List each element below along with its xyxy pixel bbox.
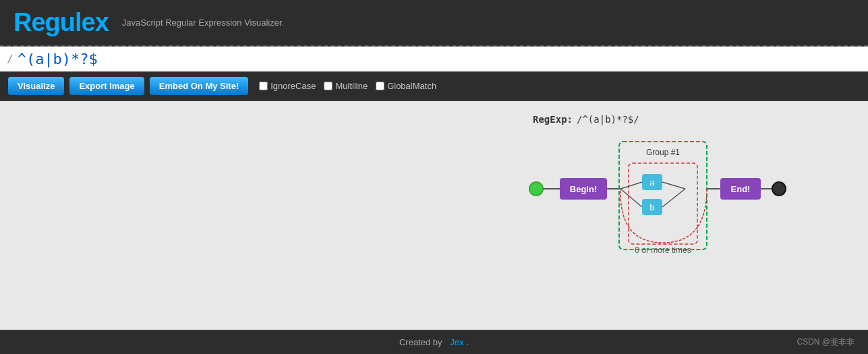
line-merge-b	[662, 189, 685, 207]
char-b-label: b	[649, 202, 655, 212]
visualization-area: RegExp: /^(a|b)*?$/ Begin! Group #1 a b	[0, 101, 868, 330]
footer: Created by Jex . CSDN @斐非非	[0, 330, 868, 354]
ignore-case-option[interactable]: IgnoreCase	[259, 81, 316, 91]
ignore-case-checkbox[interactable]	[259, 82, 268, 90]
regexp-value: /^(a|b)*?$/	[577, 114, 639, 125]
app-subtitle: JavaScript Regular Expression Visualizer…	[122, 18, 284, 28]
diagram-svg: RegExp: /^(a|b)*?$/ Begin! Group #1 a b	[0, 101, 868, 263]
visualize-button[interactable]: Visualize	[8, 77, 64, 95]
start-circle	[529, 182, 543, 196]
begin-label: Begin!	[570, 184, 597, 194]
ignore-case-label: IgnoreCase	[270, 81, 316, 91]
period: .	[466, 337, 469, 347]
embed-button[interactable]: Embed On My Site!	[150, 77, 248, 95]
toolbar: Visualize Export Image Embed On My Site!…	[0, 71, 868, 101]
export-image-button[interactable]: Export Image	[69, 77, 144, 95]
repeat-border	[629, 163, 697, 244]
loop-arrow	[620, 189, 707, 243]
global-match-label: GlobalMatch	[387, 81, 436, 91]
global-match-option[interactable]: GlobalMatch	[376, 81, 436, 91]
watermark: CSDN @斐非非	[797, 336, 855, 348]
end-label: End!	[731, 184, 751, 194]
char-a-label: a	[649, 177, 655, 187]
end-circle	[772, 182, 786, 196]
multiline-checkbox[interactable]	[324, 82, 332, 90]
input-area: /	[0, 47, 868, 71]
group-border	[619, 142, 707, 249]
author-link[interactable]: Jex	[450, 337, 463, 347]
line-merge-a	[662, 182, 685, 189]
multiline-option[interactable]: Multiline	[324, 81, 368, 91]
header: Regulex JavaScript Regular Expression Vi…	[0, 0, 868, 47]
regexp-label: RegExp:	[533, 114, 573, 125]
header-top: Regulex JavaScript Regular Expression Vi…	[13, 8, 855, 37]
global-match-checkbox[interactable]	[376, 82, 384, 90]
group-label: Group #1	[646, 148, 680, 157]
app-logo: Regulex	[13, 8, 109, 37]
options-group: IgnoreCase Multiline GlobalMatch	[259, 81, 436, 91]
repeat-label: 0 or more times	[635, 245, 691, 255]
regex-prefix: /	[7, 53, 13, 65]
space1	[445, 337, 448, 347]
multiline-label: Multiline	[335, 81, 368, 91]
line-split-a	[620, 182, 642, 189]
regex-input[interactable]	[18, 51, 861, 67]
line-split-b	[620, 189, 642, 207]
created-label: Created by	[399, 337, 442, 347]
